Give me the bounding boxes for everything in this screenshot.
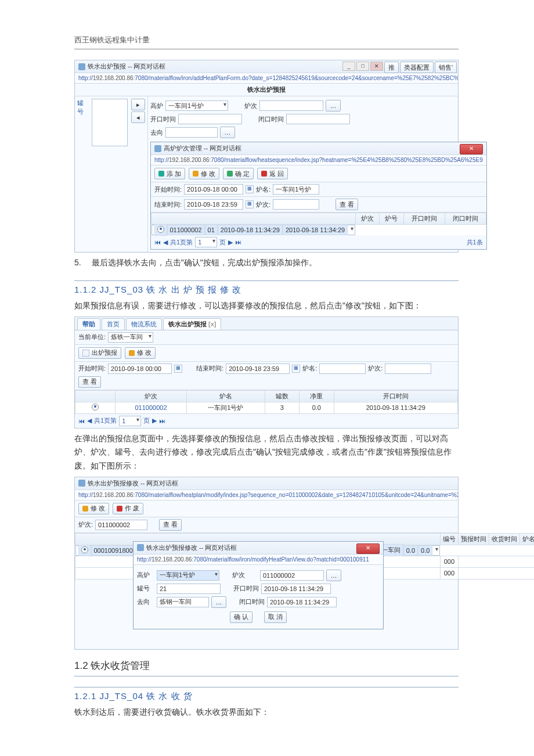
direction-picker-button[interactable]: … — [220, 127, 235, 138]
open-time-label: 开口时间 — [150, 115, 176, 124]
toolbar-push-button[interactable]: 推 — [384, 62, 399, 73]
row-radio[interactable] — [92, 404, 99, 411]
close-button[interactable]: ✕ — [356, 543, 380, 554]
gear-icon — [82, 506, 88, 512]
tab-home[interactable]: 首页 — [102, 318, 125, 330]
open-time-input[interactable]: 2010-09-18 11:34:29 — [261, 584, 331, 594]
furnace-name-input[interactable]: 一车间1号炉 — [273, 184, 319, 195]
move-right-button[interactable]: ▸ — [131, 99, 145, 110]
unit-select[interactable]: 炼铁一车间 — [108, 332, 153, 343]
modify-button[interactable]: 修 改 — [78, 503, 109, 514]
direction-label: 去向 — [137, 597, 154, 606]
screenshot-1: _ □ ✕ 推 类器配置 销售' 铁水出炉预报 -- 网页对话框 http://… — [74, 60, 459, 253]
query-button[interactable]: 查 看 — [335, 199, 358, 210]
grid-row[interactable]: 011000002 01 2010-09-18 11:34:29 2010-09… — [151, 225, 356, 235]
ok-button[interactable]: 确 定 — [223, 168, 254, 179]
list-icon — [82, 350, 89, 357]
close-time-label: 闭口时间 — [258, 115, 284, 124]
last-page-icon[interactable]: ⏭ — [159, 417, 165, 424]
tank-no-input[interactable]: 21 — [157, 584, 221, 594]
heat-no-input[interactable] — [385, 363, 431, 374]
sub-dialog-title: 铁水出炉预报修改 -- 网页对话框 — [146, 543, 237, 552]
furnace-select[interactable]: 一车间1号炉 — [165, 100, 228, 111]
add-button[interactable]: 添 加 — [154, 168, 185, 179]
furnace-name-input[interactable] — [319, 363, 366, 374]
tank-no-list[interactable] — [92, 99, 128, 146]
close-button[interactable]: ✕ — [460, 144, 483, 154]
start-time-input[interactable]: 2010-09-18 00:00 — [108, 363, 172, 374]
end-time-input[interactable]: 2010-09-18 23:59 — [184, 199, 243, 210]
modify-button[interactable]: 修 改 — [189, 168, 219, 179]
plus-icon — [158, 171, 164, 177]
end-time-input[interactable]: 2010-09-18 23:59 — [226, 363, 290, 374]
first-page-icon[interactable]: ⏮ — [78, 417, 85, 424]
next-page-icon[interactable]: ▶ — [228, 239, 233, 246]
next-page-icon[interactable]: ▶ — [152, 417, 157, 424]
first-page-icon[interactable]: ⏮ — [154, 239, 161, 246]
furnace-name-label: 炉名: — [256, 185, 270, 194]
screenshot-2: 帮助 首页 物流系统 铁水出炉预报[x] 当前单位: 炼铁一车间 出炉预报 修 … — [74, 316, 459, 429]
start-time-input[interactable]: 2010-09-18 00:00 — [184, 184, 243, 195]
section-heading-121: 1.2.1 JJ_TS_04 铁 水 收 货 — [74, 691, 459, 702]
pager: ⏮ ◀ 共1页第 1 页 ▶ ⏭ 共1条 — [151, 235, 486, 249]
toolbar-config-button[interactable]: 类器配置 — [400, 62, 434, 73]
heat-no-picker-button[interactable]: … — [326, 100, 341, 111]
paragraph: 铁水到达后，需要进行收货确认。铁水收货界面如下： — [74, 705, 459, 719]
sub-dialog-title-bar: 铁水出炉预报修改 -- 网页对话框 — [134, 542, 383, 555]
win-min-icon: _ — [342, 62, 355, 71]
paragraph: 在弹出的预报信息页面中，先选择要修改的预报信息，然后点击修改按钮，弹出预报修改页… — [74, 432, 459, 473]
direction-input[interactable] — [165, 127, 218, 138]
row-radio[interactable] — [81, 546, 88, 553]
forecast-button[interactable]: 出炉预报 — [78, 347, 121, 359]
heat-no-picker-button[interactable]: … — [326, 570, 341, 581]
heat-no-label: 炉次: — [368, 364, 383, 373]
page-icon — [78, 480, 85, 487]
heat-no-input[interactable]: 011000002 — [95, 520, 147, 530]
form-header: 铁水出炉预报 — [75, 84, 458, 96]
direction-input[interactable]: 炼钢一车间 — [157, 597, 209, 607]
page-select[interactable]: 1 — [195, 237, 217, 247]
heat-no-label: 炉次: — [78, 520, 93, 529]
tab-logistics[interactable]: 物流系统 — [126, 318, 162, 330]
query-button[interactable]: 查 看 — [159, 519, 182, 531]
direction-picker-button[interactable]: … — [211, 596, 226, 608]
query-button[interactable]: 查 看 — [78, 376, 101, 388]
page-icon — [154, 145, 161, 152]
close-time-input[interactable]: 2010-09-18 11:34:29 — [267, 597, 337, 607]
sub-dialog-modify: ✕ 铁水出炉预报修改 -- 网页对话框 http://192.168.200.8… — [133, 541, 384, 629]
tab-help[interactable]: 帮助 — [77, 318, 100, 330]
calendar-icon[interactable]: ▦ — [292, 365, 300, 373]
heat-no-label: 炉次 — [232, 571, 258, 579]
move-left-button[interactable]: ◂ — [131, 111, 145, 123]
toolbar-sale-button[interactable]: 销售' — [435, 62, 457, 73]
modify-button[interactable]: 修 改 — [125, 347, 156, 359]
calendar-icon[interactable]: ▦ — [174, 365, 182, 373]
prev-page-icon[interactable]: ◀ — [163, 239, 168, 246]
open-time-label: 开口时间 — [233, 584, 259, 593]
cancel-button[interactable]: 取 消 — [264, 611, 287, 623]
calendar-icon[interactable]: ▦ — [246, 185, 254, 193]
dialog-title: 铁水出炉预报 -- 网页对话框 — [88, 62, 165, 71]
back-button[interactable]: 返 回 — [257, 168, 288, 179]
open-time-input[interactable] — [178, 114, 242, 124]
page-select[interactable]: 1 — [119, 416, 141, 426]
grid-row[interactable]: 011000002 一车间1号炉 3 0.0 2010-09-18 11:34:… — [75, 402, 458, 413]
void-button[interactable]: 作 废 — [113, 503, 143, 514]
close-time-input[interactable] — [286, 114, 350, 124]
prev-page-icon[interactable]: ◀ — [87, 417, 92, 424]
heat-no-input[interactable] — [259, 100, 323, 111]
furnace-select[interactable]: 一车间1号炉 — [157, 570, 219, 581]
paragraph: 最后选择铁水去向，点击"确认"按钮，完成出炉预报添加操作。 — [92, 256, 317, 270]
heat-no-input[interactable] — [273, 199, 319, 210]
page-icon — [78, 63, 85, 70]
tab-close-icon[interactable]: [x] — [208, 321, 216, 327]
last-page-icon[interactable]: ⏭ — [235, 239, 241, 246]
furnace-label: 高炉 — [137, 571, 154, 579]
pager: ⏮ ◀ 共1页第 1 页 ▶ ⏭ — [75, 414, 458, 428]
tab-forecast[interactable]: 铁水出炉预报[x] — [163, 318, 221, 330]
row-radio[interactable] — [157, 226, 164, 233]
close-time-label: 闭口时间 — [239, 597, 265, 606]
heat-no-input[interactable]: 011000002 — [260, 570, 324, 581]
ok-button[interactable]: 确 认 — [230, 611, 252, 623]
calendar-icon[interactable]: ▦ — [246, 200, 254, 208]
